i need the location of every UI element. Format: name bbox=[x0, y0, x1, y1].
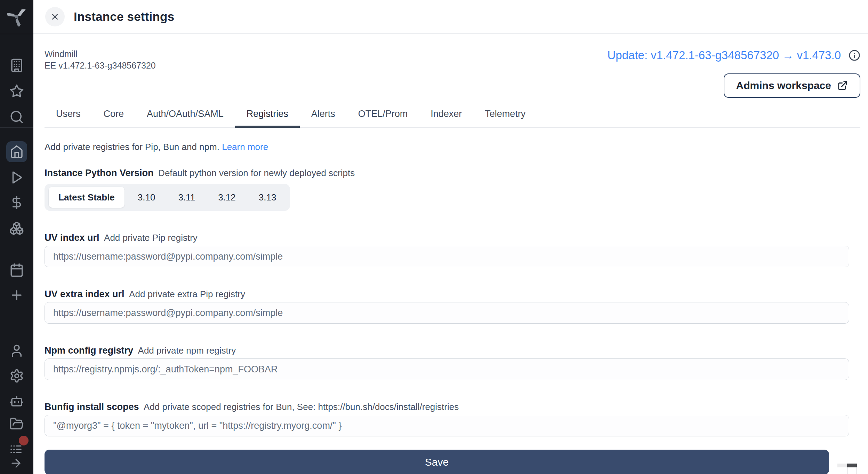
close-icon bbox=[50, 12, 60, 22]
python-option-3-11[interactable]: 3.11 bbox=[168, 187, 205, 208]
admins-workspace-label: Admins workspace bbox=[736, 80, 831, 92]
sidebar-item-home[interactable] bbox=[6, 141, 27, 162]
npm-config-registry-input[interactable] bbox=[45, 358, 849, 380]
panel-header: Instance settings bbox=[33, 0, 868, 34]
tab-alerts[interactable]: Alerts bbox=[300, 105, 347, 127]
python-option-3-10[interactable]: 3.10 bbox=[128, 187, 165, 208]
python-option-3-13[interactable]: 3.13 bbox=[249, 187, 286, 208]
expand-arrow-right-icon[interactable] bbox=[9, 457, 23, 470]
python-option-latest-stable[interactable]: Latest Stable bbox=[49, 187, 124, 208]
bunfig-install-scopes-label: Bunfig install scopes bbox=[45, 402, 139, 412]
bunfig-install-scopes-input[interactable] bbox=[45, 415, 849, 436]
info-icon[interactable] bbox=[849, 49, 860, 61]
schedules-calendar-icon[interactable] bbox=[9, 263, 24, 277]
registries-intro-text: Add private registries for Pip, Bun and … bbox=[45, 142, 219, 152]
update-link[interactable]: Update: v1.472.1-63-g348567320 → v1.473.… bbox=[607, 48, 841, 62]
uv-extra-index-url-hint: Add private extra Pip registry bbox=[129, 289, 245, 299]
instance-settings-panel: Instance settings Windmill EE v1.472.1-6… bbox=[33, 0, 868, 474]
user-icon[interactable] bbox=[9, 343, 24, 358]
admins-workspace-button[interactable]: Admins workspace bbox=[724, 73, 860, 98]
sidebar-divider bbox=[0, 34, 33, 34]
python-version-subtitle: Default python version for newly deploye… bbox=[158, 168, 355, 178]
variables-dollar-icon[interactable] bbox=[9, 195, 24, 210]
scrollbar-corner bbox=[847, 467, 857, 474]
python-version-toggle-group: Latest Stable 3.10 3.11 3.12 3.13 bbox=[45, 184, 290, 211]
tab-registries[interactable]: Registries bbox=[235, 105, 300, 127]
external-link-icon bbox=[837, 80, 848, 91]
python-option-3-12[interactable]: 3.12 bbox=[208, 187, 246, 208]
windmill-logo-icon[interactable] bbox=[7, 7, 26, 26]
save-button[interactable]: Save bbox=[45, 450, 829, 474]
favorites-star-icon[interactable] bbox=[9, 84, 24, 98]
tab-core[interactable]: Core bbox=[92, 105, 136, 127]
horizontal-scrollbar-thumb[interactable] bbox=[847, 464, 857, 467]
app-name: Windmill bbox=[45, 48, 156, 60]
uv-index-url-input[interactable] bbox=[45, 246, 849, 267]
tab-users[interactable]: Users bbox=[45, 105, 92, 127]
workers-robot-icon[interactable] bbox=[9, 394, 24, 408]
uv-index-url-label: UV index url bbox=[45, 232, 99, 243]
notification-dot bbox=[19, 436, 29, 445]
npm-config-registry-hint: Add private npm registry bbox=[138, 345, 236, 356]
tab-telemetry[interactable]: Telemetry bbox=[473, 105, 537, 127]
tab-indexer[interactable]: Indexer bbox=[419, 105, 473, 127]
sidebar bbox=[0, 0, 33, 474]
close-button[interactable] bbox=[45, 7, 65, 26]
settings-gear-icon[interactable] bbox=[9, 369, 24, 383]
learn-more-link[interactable]: Learn more bbox=[222, 142, 268, 152]
version-block: Windmill EE v1.472.1-63-g348567320 bbox=[45, 48, 156, 71]
create-plus-icon[interactable] bbox=[9, 288, 24, 302]
home-icon bbox=[10, 145, 24, 159]
sidebar-divider bbox=[0, 127, 33, 128]
resources-boxes-icon[interactable] bbox=[9, 221, 24, 236]
uv-extra-index-url-label: UV extra index url bbox=[45, 289, 124, 299]
search-icon[interactable] bbox=[9, 110, 24, 124]
tab-otel-prom[interactable]: OTEL/Prom bbox=[347, 105, 419, 127]
tab-auth-oauth-saml[interactable]: Auth/OAuth/SAML bbox=[135, 105, 235, 127]
runs-play-icon[interactable] bbox=[9, 170, 24, 185]
edition-version: EE v1.472.1-63-g348567320 bbox=[45, 60, 156, 71]
uv-extra-index-url-input[interactable] bbox=[45, 302, 849, 324]
workspaces-building-icon[interactable] bbox=[9, 58, 24, 73]
folders-folder-open-icon[interactable] bbox=[9, 417, 24, 431]
page-title: Instance settings bbox=[74, 10, 174, 24]
npm-config-registry-label: Npm config registry bbox=[45, 345, 133, 356]
bunfig-install-scopes-hint: Add private scoped registries for Bun, S… bbox=[144, 402, 459, 412]
uv-index-url-hint: Add private Pip registry bbox=[104, 232, 198, 243]
settings-tabs: Users Core Auth/OAuth/SAML Registries Al… bbox=[45, 105, 860, 128]
python-version-title: Instance Python Version bbox=[45, 168, 154, 178]
